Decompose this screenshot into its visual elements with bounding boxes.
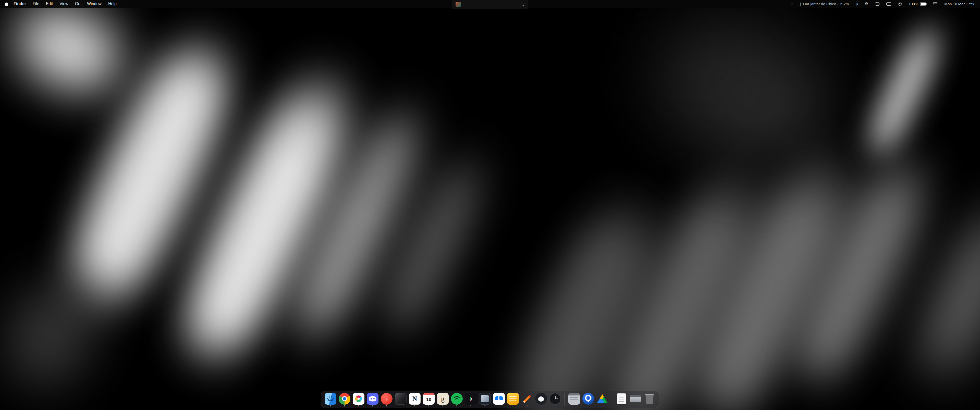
- trash-icon: [644, 393, 655, 405]
- reminder-text: Dar jantar do Chico - in 2m: [803, 2, 849, 6]
- menu-edit[interactable]: Edit: [43, 0, 56, 8]
- gear-icon[interactable]: ⚙: [865, 2, 868, 6]
- terminal-tv-icon: [479, 393, 491, 405]
- now-playing-widget[interactable]: …: [452, 0, 528, 9]
- display-icon[interactable]: [886, 2, 891, 6]
- window-manager-icon: [568, 393, 580, 405]
- bluesky-butterfly-icon: [493, 393, 505, 405]
- menu-file[interactable]: File: [29, 0, 43, 8]
- dock-separator: [612, 393, 612, 406]
- yellow-notes-icon: [507, 393, 519, 405]
- running-indicator: [442, 405, 443, 407]
- dock-music-red-app[interactable]: ♪: [380, 393, 393, 407]
- dock-yellow-notes-app[interactable]: [507, 393, 519, 407]
- 1password-icon: [582, 393, 594, 405]
- screen-record-glyph: [898, 2, 902, 6]
- dock-pencil-editor-app[interactable]: [520, 393, 533, 407]
- reminder-status-item[interactable]: |Dar jantar do Chico - in 2m: [800, 2, 849, 6]
- dock-tiktok[interactable]: ♪: [465, 393, 477, 407]
- battery-status-item[interactable]: 100%: [908, 2, 926, 6]
- minimized-window-icon: [630, 393, 641, 405]
- dock-dark-utility-app[interactable]: [394, 393, 407, 407]
- menu-bar-left: Finder File Edit View Go Window Help: [5, 0, 120, 8]
- battery-percent: 100%: [908, 2, 918, 6]
- watch-clock-icon: [549, 393, 561, 405]
- overflow-ellipsis-icon[interactable]: ⋯: [789, 2, 793, 6]
- dock: ♪ N 10 g ♪: [321, 391, 659, 408]
- running-indicator: [330, 405, 331, 407]
- tiktok-note-glyph: ♪: [465, 393, 477, 405]
- display-glyph: [886, 2, 891, 6]
- control-center-glyph: [933, 2, 937, 5]
- battery-icon: [920, 2, 926, 6]
- dock-calendar[interactable]: 10: [422, 393, 435, 407]
- running-indicator: [358, 405, 359, 407]
- notion-icon: N: [409, 393, 421, 405]
- dock-watch-clock-app[interactable]: [549, 393, 562, 407]
- reminder-pipe-icon: |: [800, 2, 801, 6]
- menu-window[interactable]: Window: [84, 0, 105, 8]
- running-indicator: [484, 405, 485, 407]
- dock-finder[interactable]: [324, 393, 337, 407]
- goodreads-icon: g: [437, 393, 449, 405]
- chat-bubble-glyph: [875, 2, 880, 6]
- running-indicator: [456, 405, 457, 407]
- menu-bar: Finder File Edit View Go Window Help … ⋯…: [0, 0, 980, 8]
- wallpaper-vignette: [0, 0, 980, 410]
- dock-discord[interactable]: [366, 393, 379, 407]
- stocks-icon[interactable]: $: [856, 2, 858, 6]
- dock-document-file[interactable]: [615, 393, 628, 407]
- dock-slack[interactable]: [352, 393, 365, 407]
- dock-terminal-tv-app[interactable]: [479, 393, 491, 407]
- chat-bubble-icon[interactable]: [875, 2, 880, 6]
- widget-more-icon[interactable]: …: [520, 2, 525, 7]
- tiktok-icon: ♪: [465, 393, 477, 405]
- running-indicator: [414, 405, 415, 407]
- apple-logo[interactable]: [5, 2, 9, 6]
- menu-bar-status: ⋯ |Dar jantar do Chico - in 2m $ ⚙ 100% …: [783, 2, 975, 6]
- running-indicator: [372, 405, 373, 407]
- screen-record-icon[interactable]: [898, 2, 902, 6]
- finder-icon: [325, 393, 336, 405]
- menu-help[interactable]: Help: [105, 0, 120, 8]
- spotify-icon: [451, 393, 463, 405]
- pencil-icon: [521, 393, 533, 405]
- calendar-date-glyph: 10: [423, 393, 434, 405]
- running-indicator: [344, 405, 345, 407]
- dock-chrome[interactable]: [338, 393, 351, 407]
- dock-separator: [565, 393, 565, 406]
- dark-utility-icon: [395, 393, 407, 405]
- dock-spotify[interactable]: [450, 393, 463, 407]
- menu-view[interactable]: View: [56, 0, 72, 8]
- running-indicator: [386, 405, 387, 407]
- dock-trash[interactable]: [643, 393, 656, 407]
- menu-go[interactable]: Go: [72, 0, 84, 8]
- running-indicator: [428, 405, 429, 407]
- slack-icon: [353, 393, 364, 405]
- notion-letter-glyph: N: [409, 393, 420, 404]
- control-center-icon[interactable]: [933, 2, 937, 5]
- running-indicator: [527, 405, 528, 407]
- document-icon: [616, 393, 627, 405]
- dock-minimized-window[interactable]: [629, 393, 642, 407]
- music-note-icon: ♪: [381, 393, 393, 405]
- goodreads-letter-glyph: g: [437, 393, 449, 405]
- github-icon: [535, 393, 547, 405]
- dock-notion[interactable]: N: [408, 393, 421, 407]
- chrome-icon: [339, 393, 350, 405]
- dock-window-manager-app[interactable]: [568, 393, 581, 407]
- dock-bluesky[interactable]: [493, 393, 505, 407]
- google-drive-icon: [597, 393, 608, 405]
- desktop-wallpaper: [0, 0, 980, 410]
- dock-google-drive[interactable]: [596, 393, 609, 407]
- album-art-thumbnail: [455, 2, 461, 7]
- menu-bar-clock[interactable]: Mon 10 Mar 17:58: [944, 2, 975, 6]
- calendar-icon: 10: [423, 393, 434, 405]
- dock-1password[interactable]: [582, 393, 595, 407]
- dock-goodreads[interactable]: g: [436, 393, 449, 407]
- music-note-glyph: ♪: [381, 393, 393, 405]
- discord-icon: [367, 393, 379, 405]
- menu-finder[interactable]: Finder: [10, 0, 29, 8]
- running-indicator: [470, 405, 471, 407]
- dock-github[interactable]: [535, 393, 547, 407]
